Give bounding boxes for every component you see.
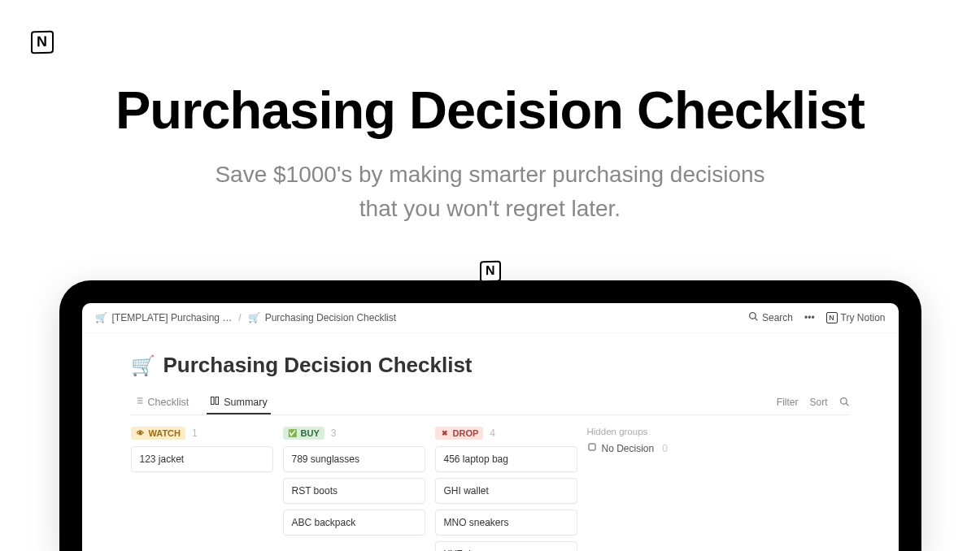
tab-summary[interactable]: Summary xyxy=(207,391,270,414)
check-icon: ✅ xyxy=(288,428,298,438)
svg-point-10 xyxy=(840,397,847,404)
hidden-group-count: 0 xyxy=(662,443,668,454)
topbar: 🛒 [TEMPLATE] Purchasing … / 🛒 Purchasing… xyxy=(82,303,899,333)
page-title[interactable]: Purchasing Decision Checklist xyxy=(163,353,473,378)
card-item[interactable]: MNO sneakers xyxy=(435,510,577,536)
hero-title: Purchasing Decision Checklist xyxy=(0,81,980,140)
card-item[interactable]: 123 jacket xyxy=(131,446,273,472)
buy-tag[interactable]: ✅ BUY xyxy=(283,427,324,440)
hero-subtitle: Save $1000's by making smarter purchasin… xyxy=(0,158,980,226)
page-title-row: 🛒 Purchasing Decision Checklist xyxy=(131,353,850,378)
hero-section: Purchasing Decision Checklist Save $1000… xyxy=(0,0,980,226)
svg-rect-9 xyxy=(216,397,219,405)
eye-icon: 👁 xyxy=(136,428,146,438)
list-icon xyxy=(134,396,144,408)
breadcrumb-separator: / xyxy=(238,312,241,323)
try-notion-label: Try Notion xyxy=(841,312,886,323)
sort-button[interactable]: Sort xyxy=(809,397,827,410)
column-header-drop: ✖ DROP 4 xyxy=(435,427,577,440)
tab-summary-label: Summary xyxy=(224,397,267,408)
board-icon xyxy=(210,396,220,408)
more-button[interactable]: ••• xyxy=(804,312,815,323)
empty-status-icon xyxy=(587,442,597,454)
search-view-button[interactable] xyxy=(839,397,850,410)
drop-label: DROP xyxy=(453,428,479,438)
card-item[interactable]: ABC backpack xyxy=(283,510,425,536)
tab-checklist[interactable]: Checklist xyxy=(131,391,193,414)
svg-point-0 xyxy=(750,313,756,319)
hidden-groups: Hidden groups No Decision 0 xyxy=(587,427,668,551)
card-item[interactable]: RST boots xyxy=(283,478,425,504)
topbar-right: Search ••• Try Notion xyxy=(748,311,886,324)
watch-tag[interactable]: 👁 WATCH xyxy=(131,427,186,440)
search-icon xyxy=(748,311,759,324)
column-buy: ✅ BUY 3 789 sunglasses RST boots ABC bac… xyxy=(283,427,425,551)
hero-subtitle-line2: that you won't regret later. xyxy=(0,192,980,226)
notion-logo-icon xyxy=(31,31,54,54)
view-tabs: Checklist Summary Filter Sort xyxy=(131,391,850,415)
more-icon: ••• xyxy=(804,312,815,323)
hidden-group-item[interactable]: No Decision 0 xyxy=(587,442,668,454)
try-notion-button[interactable]: Try Notion xyxy=(826,312,886,323)
search-label: Search xyxy=(762,312,793,323)
tab-checklist-label: Checklist xyxy=(148,397,189,408)
svg-rect-12 xyxy=(589,444,595,450)
notch-logo xyxy=(480,261,501,285)
notion-logo-icon xyxy=(826,312,838,323)
search-button[interactable]: Search xyxy=(748,311,793,324)
watch-label: WATCH xyxy=(149,428,181,438)
notion-logo-corner xyxy=(31,31,57,57)
card-item[interactable]: GHI wallet xyxy=(435,478,577,504)
board-view: 👁 WATCH 1 123 jacket ✅ BUY xyxy=(131,427,850,551)
app-screen: 🛒 [TEMPLATE] Purchasing … / 🛒 Purchasing… xyxy=(82,303,899,551)
cart-icon: 🛒 xyxy=(95,312,107,323)
column-watch: 👁 WATCH 1 123 jacket xyxy=(131,427,273,551)
hidden-group-label: No Decision xyxy=(602,443,655,454)
svg-line-1 xyxy=(755,318,757,320)
card-item[interactable]: 789 sunglasses xyxy=(283,446,425,472)
device-mockup: 🛒 [TEMPLATE] Purchasing … / 🛒 Purchasing… xyxy=(59,264,921,551)
drop-count: 4 xyxy=(490,427,495,439)
drop-tag[interactable]: ✖ DROP xyxy=(435,427,484,440)
card-item[interactable]: 456 laptop bag xyxy=(435,446,577,472)
buy-label: BUY xyxy=(301,428,320,438)
cart-icon: 🛒 xyxy=(248,312,260,323)
buy-count: 3 xyxy=(331,427,337,439)
column-header-buy: ✅ BUY 3 xyxy=(283,427,425,440)
column-drop: ✖ DROP 4 456 laptop bag GHI wallet MNO s… xyxy=(435,427,577,551)
card-item[interactable]: XYZ dress xyxy=(435,541,577,551)
hidden-groups-title: Hidden groups xyxy=(587,427,668,436)
breadcrumb: 🛒 [TEMPLATE] Purchasing … / 🛒 Purchasing… xyxy=(95,312,748,323)
svg-rect-8 xyxy=(211,397,215,405)
laptop-frame: 🛒 [TEMPLATE] Purchasing … / 🛒 Purchasing… xyxy=(59,280,921,551)
hero-subtitle-line1: Save $1000's by making smarter purchasin… xyxy=(0,158,980,192)
page-icon[interactable]: 🛒 xyxy=(131,354,155,377)
breadcrumb-item-2[interactable]: Purchasing Decision Checklist xyxy=(265,312,396,323)
column-header-watch: 👁 WATCH 1 xyxy=(131,427,273,440)
x-icon: ✖ xyxy=(440,428,450,438)
breadcrumb-item-1[interactable]: [TEMPLATE] Purchasing … xyxy=(112,312,233,323)
view-controls: Filter Sort xyxy=(777,397,850,410)
notion-logo-icon xyxy=(480,261,501,283)
page-body: 🛒 Purchasing Decision Checklist Checklis… xyxy=(82,333,899,551)
filter-button[interactable]: Filter xyxy=(777,397,799,410)
watch-count: 1 xyxy=(192,427,198,439)
svg-line-11 xyxy=(846,403,848,406)
